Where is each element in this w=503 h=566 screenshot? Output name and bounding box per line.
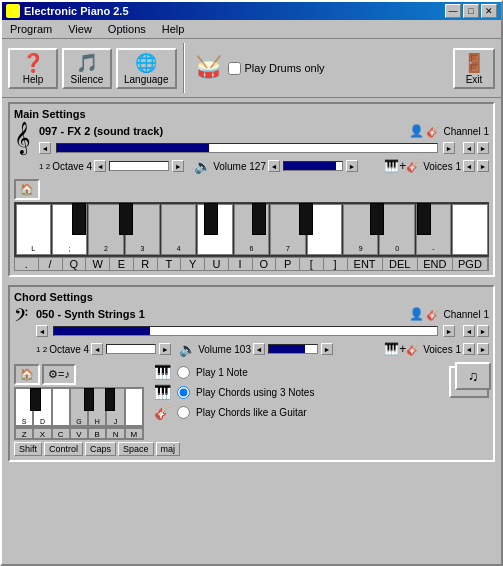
key-blank3[interactable]: [452, 204, 487, 255]
volume-prev-btn[interactable]: ◄: [268, 160, 280, 172]
menu-view[interactable]: View: [64, 22, 96, 36]
chord-volume-prev-btn[interactable]: ◄: [253, 343, 265, 355]
chord-radio-3-notes[interactable]: [177, 386, 190, 399]
main-window: ♪ Electronic Piano 2.5 — □ ✕ Program Vie…: [0, 0, 503, 566]
voices-next-btn[interactable]: ►: [477, 160, 489, 172]
key-blank1[interactable]: [197, 204, 232, 255]
octave-prev-btn[interactable]: ◄: [94, 160, 106, 172]
ck-C[interactable]: C: [52, 428, 70, 439]
ck-X[interactable]: X: [33, 428, 51, 439]
sound-next-btn[interactable]: ►: [443, 142, 455, 154]
volume-track-fill: [283, 161, 343, 171]
menu-program[interactable]: Program: [6, 22, 56, 36]
bkey-lbracket[interactable]: [: [300, 258, 324, 270]
ck-B[interactable]: B: [88, 428, 106, 439]
chord-speaker-icon: 🔊: [179, 341, 196, 357]
channel-prev-btn[interactable]: ◄: [463, 142, 475, 154]
ck-Z[interactable]: Z: [15, 428, 33, 439]
key-7[interactable]: 7: [270, 204, 305, 255]
language-button[interactable]: 🌐 Language: [116, 48, 177, 89]
drums-checkbox[interactable]: [228, 62, 241, 75]
bkey-slash[interactable]: /: [39, 258, 63, 270]
key-L[interactable]: L: [16, 204, 51, 255]
chord-sound-next-btn[interactable]: ►: [443, 325, 455, 337]
bkey-PGD[interactable]: PGD: [453, 258, 488, 270]
chord-option-1-note: 🎹 Play 1 Note: [154, 364, 445, 380]
main-sound-row: 097 - FX 2 (sound track) 👤 🎸 Channel 1: [39, 124, 489, 138]
bkey-U[interactable]: U: [205, 258, 229, 270]
ck-M[interactable]: M: [125, 428, 143, 439]
chord-voices-prev-btn[interactable]: ◄: [463, 343, 475, 355]
sound-prev-btn[interactable]: ◄: [39, 142, 51, 154]
bkey-R[interactable]: R: [134, 258, 158, 270]
key-9[interactable]: 9: [343, 204, 378, 255]
mode-control-btn[interactable]: Control: [44, 442, 83, 456]
chord-voices-next-btn[interactable]: ►: [477, 343, 489, 355]
mode-shift-btn[interactable]: Shift: [14, 442, 42, 456]
menu-help[interactable]: Help: [158, 22, 189, 36]
silence-icon: 🎵: [76, 52, 98, 74]
language-label: Language: [124, 74, 169, 85]
mode-space-btn[interactable]: Space: [118, 442, 154, 456]
chord-key-blank2[interactable]: [125, 388, 143, 426]
octave-next-btn[interactable]: ►: [172, 160, 184, 172]
volume-next-btn[interactable]: ►: [346, 160, 358, 172]
chord-octave-prev-btn[interactable]: ◄: [91, 343, 103, 355]
chord-channel-prev-btn[interactable]: ◄: [463, 325, 475, 337]
chord-channel-next-btn[interactable]: ►: [477, 325, 489, 337]
maximize-button[interactable]: □: [463, 4, 479, 18]
main-piano-keyboard[interactable]: L ; 2 3 4 6 7 9 0 -: [14, 202, 489, 257]
ck-N[interactable]: N: [106, 428, 124, 439]
key-4[interactable]: 4: [161, 204, 196, 255]
help-button[interactable]: ❓ Help: [8, 48, 58, 89]
key-3[interactable]: 3: [125, 204, 160, 255]
toolbar: ❓ Help 🎵 Silence 🌐 Language 🥁 Play Drums…: [2, 39, 501, 98]
close-button[interactable]: ✕: [481, 4, 497, 18]
note-preview-btn[interactable]: ♫: [455, 362, 491, 390]
bkey-dot[interactable]: .: [15, 258, 39, 270]
chord-radio-guitar[interactable]: [177, 406, 190, 419]
mode-caps-btn[interactable]: Caps: [85, 442, 116, 456]
chord-home-icon-box[interactable]: 🏠: [14, 364, 40, 385]
bkey-Y[interactable]: Y: [181, 258, 205, 270]
silence-button[interactable]: 🎵 Silence: [62, 48, 112, 89]
help-label: Help: [23, 74, 44, 85]
bkey-T[interactable]: T: [158, 258, 182, 270]
chord-volume-next-btn[interactable]: ►: [321, 343, 333, 355]
bkey-I[interactable]: I: [229, 258, 253, 270]
bkey-ENT[interactable]: ENT: [348, 258, 383, 270]
exit-button[interactable]: 🚪 Exit: [453, 48, 495, 89]
chord-octave-next-btn[interactable]: ►: [159, 343, 171, 355]
bkey-O[interactable]: O: [253, 258, 277, 270]
chord-volume-track: [267, 342, 319, 356]
chord-octave-label: Octave 4: [49, 344, 89, 355]
bkey-Q[interactable]: Q: [63, 258, 87, 270]
chord-radio-1-note[interactable]: [177, 366, 190, 379]
key-2[interactable]: 2: [88, 204, 123, 255]
bkey-END[interactable]: END: [418, 258, 453, 270]
minimize-button[interactable]: —: [445, 4, 461, 18]
chord-option-guitar-label: Play Chords like a Guitar: [196, 407, 307, 418]
chord-piano-keyboard[interactable]: S D G H J: [14, 387, 144, 427]
ck-V[interactable]: V: [70, 428, 88, 439]
bkey-P[interactable]: P: [276, 258, 300, 270]
chord-key-blank1[interactable]: [52, 388, 70, 426]
bkey-DEL[interactable]: DEL: [383, 258, 418, 270]
key-semicolon[interactable]: ;: [52, 204, 87, 255]
bkey-W[interactable]: W: [86, 258, 110, 270]
key-6[interactable]: 6: [234, 204, 269, 255]
bkey-E[interactable]: E: [110, 258, 134, 270]
key-0[interactable]: 0: [379, 204, 414, 255]
voices-prev-btn[interactable]: ◄: [463, 160, 475, 172]
chord-sound-prev-btn[interactable]: ◄: [36, 325, 48, 337]
key-blank2[interactable]: [307, 204, 342, 255]
window-title: Electronic Piano 2.5: [24, 5, 129, 17]
chord-settings-icon-box[interactable]: ⚙=♪: [42, 364, 76, 385]
title-buttons: — □ ✕: [445, 4, 497, 18]
channel-next-btn[interactable]: ►: [477, 142, 489, 154]
bkey-rbracket[interactable]: ]: [324, 258, 348, 270]
menu-bar: Program View Options Help: [2, 20, 501, 39]
menu-options[interactable]: Options: [104, 22, 150, 36]
key-minus[interactable]: -: [416, 204, 451, 255]
home-icon-box[interactable]: 🏠: [14, 179, 40, 200]
